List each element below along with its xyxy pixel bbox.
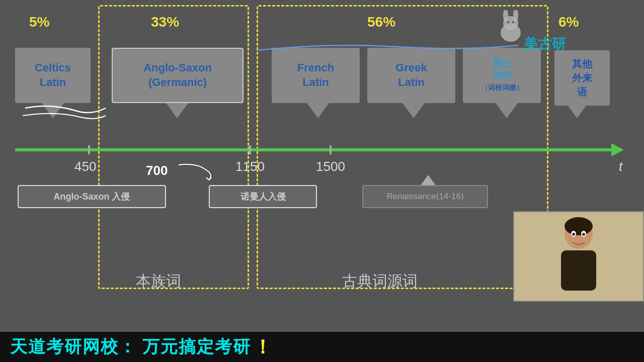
- anglo-invasion-label: Anglo-Saxon 入侵: [54, 191, 130, 203]
- bottom-bar-exclaim: ！: [253, 334, 272, 360]
- greek-latin-label: GreekLatin: [395, 61, 427, 89]
- timeline-arrow: [611, 143, 624, 156]
- svg-point-9: [565, 217, 593, 235]
- bottom-bar-text: 天道考研网校： 万元搞定考研: [10, 335, 251, 358]
- french-latin-label: FrenchLatin: [297, 61, 334, 89]
- timeline-line: [15, 148, 619, 151]
- pct-6-label: 6%: [558, 14, 579, 30]
- brand-logo-text: 美古研: [524, 36, 566, 52]
- greek-arrow: [403, 103, 425, 118]
- anglo-saxon-label: Anglo-Saxon(Germanic): [143, 61, 212, 89]
- pct-5-label: 5%: [29, 14, 49, 30]
- tick-450: [88, 145, 90, 154]
- celtics-latin-box: CelticsLatin: [15, 48, 91, 103]
- other-arrow: [566, 103, 588, 118]
- time-1500: 1500: [316, 159, 345, 174]
- tick-1150: [249, 145, 251, 154]
- norman-invasion-box: 诺曼人入侵: [209, 185, 317, 208]
- svg-text:700: 700: [146, 163, 168, 178]
- handwriting-celtics: [10, 98, 111, 123]
- new-vocab-arrow: [496, 103, 518, 118]
- native-words-label: 本族词: [136, 271, 181, 292]
- svg-point-6: [510, 25, 512, 26]
- webcam-feed: [513, 211, 644, 302]
- renaissance-arrow: [420, 175, 436, 186]
- svg-point-14: [582, 233, 585, 236]
- time-1150: 1150: [235, 159, 265, 174]
- classical-words-label: 古典词源词: [342, 271, 418, 292]
- tick-1500: [330, 145, 332, 154]
- handwriting-700: 700: [141, 160, 221, 188]
- main-content: 5% 33% 56% 6% CelticsLatin Anglo-Saxon(G…: [0, 0, 644, 332]
- time-450: 450: [74, 159, 96, 174]
- svg-point-13: [572, 233, 575, 236]
- brand-logo: 美古研: [524, 35, 566, 53]
- renaissance-label: Renaissance(14-16): [386, 192, 463, 202]
- svg-point-5: [512, 21, 514, 23]
- presenter-figure: [548, 216, 609, 297]
- svg-rect-10: [561, 250, 596, 291]
- rabbit-mascot: [493, 10, 528, 45]
- other-foreign-label: 其他外来语: [572, 57, 592, 99]
- norman-invasion-label: 诺曼人入侵: [240, 191, 286, 203]
- other-foreign-box: 其他外来语: [554, 50, 610, 106]
- bottom-bar: 天道考研网校： 万元搞定考研 ！: [0, 332, 644, 362]
- new-vocab-label: 新古地词（词根词缀）: [481, 58, 523, 93]
- anglo-saxon-box: Anglo-Saxon(Germanic): [112, 48, 244, 103]
- anglo-arrow: [166, 103, 188, 118]
- svg-point-4: [507, 21, 509, 23]
- renaissance-box: Renaissance(14-16): [362, 185, 488, 208]
- t-label: t: [619, 159, 622, 174]
- celtics-latin-label: CelticsLatin: [35, 61, 71, 89]
- french-arrow: [307, 103, 329, 118]
- anglo-invasion-box: Anglo-Saxon 入侵: [18, 185, 166, 208]
